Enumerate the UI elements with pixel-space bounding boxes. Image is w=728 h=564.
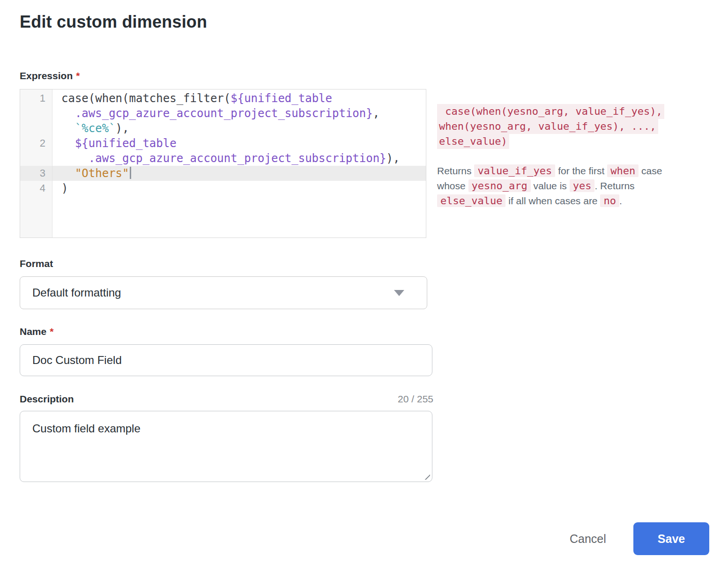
line-number	[20, 106, 52, 121]
description-textarea[interactable]: Custom field example	[20, 411, 432, 482]
expression-label-row: Expression*	[20, 70, 80, 82]
required-asterisk: *	[76, 70, 80, 81]
signature-line: else_value)	[437, 134, 509, 149]
format-label-row: Format	[20, 258, 53, 269]
editor-line[interactable]: `%ce%`),	[20, 121, 426, 136]
line-number	[20, 121, 52, 136]
format-select[interactable]: Default formatting	[20, 276, 427, 309]
code-text[interactable]: .aws_gcp_azure_account_project_subscript…	[52, 106, 379, 121]
code-text[interactable]: `%ce%`),	[52, 121, 129, 136]
format-select-value: Default formatting	[32, 286, 394, 299]
text-cursor	[130, 167, 131, 179]
signature-line: case(when(yesno_arg, value_if_yes),	[437, 104, 664, 119]
code-text[interactable]: case(when(matches_filter(${unified_table	[52, 91, 332, 106]
editor-gutter-divider	[52, 89, 52, 237]
editor-line[interactable]: 1case(when(matches_filter(${unified_tabl…	[20, 91, 426, 106]
inline-code-token: else_value	[437, 194, 505, 207]
code-text[interactable]: .aws_gcp_azure_account_project_subscript…	[52, 151, 400, 166]
description-label-row: Description 20 / 255	[20, 393, 433, 405]
expression-editor-rows[interactable]: 1case(when(matches_filter(${unified_tabl…	[20, 89, 426, 196]
inline-code-token: no	[600, 194, 619, 207]
required-asterisk: *	[50, 326, 53, 337]
function-help-panel: case(when(yesno_arg, value_if_yes),when(…	[437, 104, 683, 208]
line-number	[20, 151, 52, 166]
function-signature: case(when(yesno_arg, value_if_yes),when(…	[437, 104, 683, 149]
description-label: Description	[20, 393, 74, 405]
name-input[interactable]	[20, 344, 432, 376]
line-number: 4	[20, 181, 52, 196]
expression-label: Expression	[20, 70, 73, 81]
cancel-button[interactable]: Cancel	[561, 527, 615, 550]
char-counter: 20 / 255	[398, 393, 433, 405]
editor-line[interactable]: 4)	[20, 181, 426, 196]
inline-code-token: yes	[570, 179, 595, 192]
save-button[interactable]: Save	[633, 522, 709, 555]
editor-line[interactable]: 2 ${unified_table	[20, 136, 426, 151]
line-number: 1	[20, 91, 52, 106]
chevron-down-icon	[394, 290, 404, 296]
description-field-wrap: Custom field example	[20, 411, 432, 482]
inline-code-token: when	[607, 164, 639, 177]
inline-code-token: value_if_yes	[474, 164, 555, 177]
function-description: Returns value_if_yes for the first when …	[437, 163, 683, 208]
editor-line[interactable]: .aws_gcp_azure_account_project_subscript…	[20, 151, 426, 166]
line-number: 2	[20, 136, 52, 151]
editor-line[interactable]: .aws_gcp_azure_account_project_subscript…	[20, 106, 426, 121]
line-number: 3	[20, 166, 52, 181]
editor-line[interactable]: 3 "Others"	[20, 166, 426, 181]
code-text[interactable]: ${unified_table	[52, 136, 177, 151]
name-label-row: Name*	[20, 326, 53, 337]
code-text[interactable]: )	[52, 181, 68, 196]
signature-line: when(yesno_arg, value_if_yes), ...,	[437, 119, 658, 134]
name-label: Name	[20, 326, 46, 337]
code-text[interactable]: "Others"	[52, 166, 131, 181]
format-label: Format	[20, 258, 53, 269]
expression-editor[interactable]: 1case(when(matches_filter(${unified_tabl…	[20, 89, 426, 238]
page-title: Edit custom dimension	[20, 12, 207, 32]
inline-code-token: yesno_arg	[468, 179, 531, 192]
